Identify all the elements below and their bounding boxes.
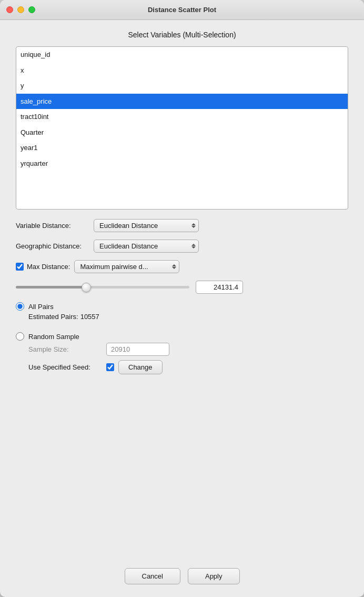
random-sample-label: Random Sample — [28, 333, 79, 341]
all-pairs-radio[interactable] — [16, 302, 24, 311]
variable-listbox[interactable]: unique_id x y sale_price tract10int Quar… — [16, 46, 348, 210]
sample-size-row: Sample Size: — [28, 343, 348, 356]
geographic-distance-label: Geographic Distance: — [16, 242, 89, 250]
section-title: Select Variables (Multi-Selection) — [16, 31, 348, 39]
use-seed-label: Use Specified Seed: — [28, 363, 102, 371]
sample-size-input[interactable] — [106, 343, 169, 356]
cancel-button[interactable]: Cancel — [125, 568, 180, 584]
variable-distance-label: Variable Distance: — [16, 222, 89, 230]
maximize-button[interactable] — [28, 6, 35, 13]
random-sample-section: Random Sample Sample Size: Use Specified… — [16, 332, 348, 385]
random-sample-radio-row: Random Sample — [16, 332, 348, 341]
list-item[interactable]: x — [16, 63, 348, 78]
traffic-lights — [6, 6, 35, 13]
random-sample-radio[interactable] — [16, 332, 24, 341]
max-distance-checkbox-label[interactable]: Max Distance: — [16, 263, 70, 271]
estimated-pairs-label: Estimated Pairs: — [28, 313, 78, 321]
apply-button[interactable]: Apply — [188, 568, 240, 584]
content-area: Select Variables (Multi-Selection) uniqu… — [0, 20, 364, 597]
close-button[interactable] — [6, 6, 13, 13]
geographic-distance-select-wrapper: Euclidean Distance Manhattan Distance Gr… — [94, 240, 199, 253]
use-seed-row: Use Specified Seed: Change — [28, 360, 348, 374]
geographic-distance-select[interactable]: Euclidean Distance Manhattan Distance Gr… — [94, 240, 199, 253]
estimated-pairs-value: 10557 — [80, 313, 99, 321]
list-item[interactable]: y — [16, 78, 348, 94]
list-item[interactable]: unique_id — [16, 47, 348, 63]
variable-distance-select-wrapper: Euclidean Distance Manhattan Distance Ch… — [94, 219, 199, 232]
slider-row — [16, 281, 348, 294]
window-title: Distance Scatter Plot — [148, 6, 216, 14]
max-distance-row: Max Distance: Maximum pairwise d... Cust… — [16, 260, 348, 273]
titlebar: Distance Scatter Plot — [0, 0, 364, 20]
list-item[interactable]: year1 — [16, 140, 348, 156]
list-item-selected[interactable]: sale_price — [16, 94, 348, 110]
max-distance-slider[interactable] — [16, 286, 189, 288]
change-button[interactable]: Change — [118, 360, 163, 374]
max-distance-checkbox[interactable] — [16, 263, 24, 271]
list-item[interactable]: yrquarter — [16, 156, 348, 172]
sample-size-label: Sample Size: — [28, 345, 102, 353]
max-distance-select[interactable]: Maximum pairwise d... Custom — [74, 260, 179, 273]
estimated-pairs-row: Estimated Pairs: 10557 — [28, 313, 348, 321]
minimize-button[interactable] — [17, 6, 24, 13]
max-distance-label: Max Distance: — [27, 263, 70, 271]
list-item[interactable]: Quarter — [16, 125, 348, 141]
all-pairs-section: All Pairs Estimated Pairs: 10557 — [16, 302, 348, 327]
button-row: Cancel Apply — [16, 563, 348, 584]
main-window: Distance Scatter Plot Select Variables (… — [0, 0, 364, 597]
geographic-distance-row: Geographic Distance: Euclidean Distance … — [16, 240, 348, 253]
max-distance-select-wrapper: Maximum pairwise d... Custom — [74, 260, 179, 273]
variable-distance-row: Variable Distance: Euclidean Distance Ma… — [16, 219, 348, 232]
all-pairs-radio-row: All Pairs — [16, 302, 348, 311]
use-seed-checkbox[interactable] — [106, 363, 114, 371]
max-distance-value-input[interactable] — [196, 281, 243, 294]
all-pairs-label: All Pairs — [28, 303, 54, 311]
list-item[interactable]: tract10int — [16, 109, 348, 125]
variable-distance-select[interactable]: Euclidean Distance Manhattan Distance Ch… — [94, 219, 199, 232]
